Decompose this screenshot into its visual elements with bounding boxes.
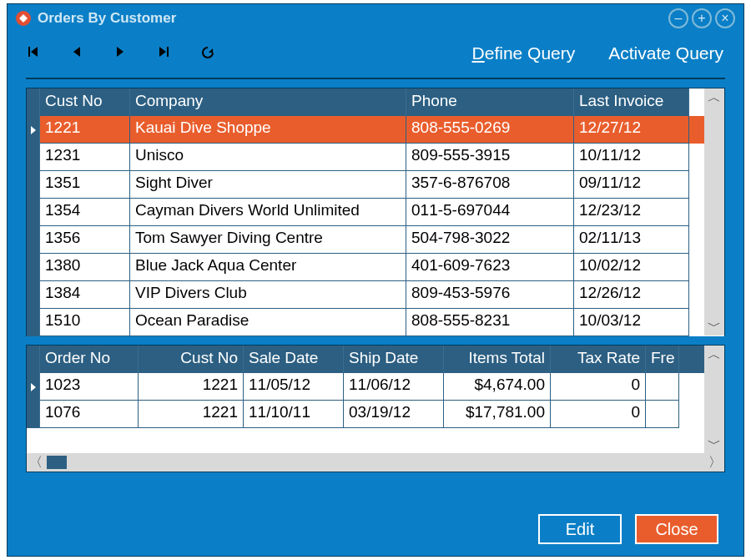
orders-vscrollbar[interactable]: ︿ ﹀ — [704, 346, 724, 453]
row-indicator — [27, 373, 40, 401]
maximize-button[interactable]: + — [692, 8, 712, 28]
orders-hscrollbar[interactable]: 〈 〉 — [27, 453, 724, 472]
cell-cust-no[interactable]: 1384 — [40, 281, 130, 309]
minimize-button[interactable]: – — [668, 8, 688, 28]
cell-company[interactable]: Sight Diver — [130, 171, 406, 199]
scroll-down-icon[interactable]: ﹀ — [704, 317, 724, 335]
refresh-button[interactable] — [201, 46, 216, 61]
cell-invoice[interactable]: 10/11/12 — [574, 144, 689, 171]
toolbar: Define Query Activate Query — [8, 33, 743, 74]
cell-phone[interactable]: 809-453-5976 — [406, 281, 574, 309]
cell-invoice[interactable]: 09/11/12 — [574, 171, 689, 199]
cell-cust-no[interactable]: 1221 — [139, 373, 244, 401]
cell-phone[interactable]: 808-555-0269 — [406, 116, 574, 144]
col-order-no[interactable]: Order No — [40, 346, 139, 373]
cell-phone[interactable]: 504-798-3022 — [406, 226, 574, 254]
cell-company[interactable]: Ocean Paradise — [130, 309, 406, 336]
col-cust-no[interactable]: Cust No — [139, 346, 244, 373]
cell-cust-no[interactable]: 1380 — [40, 254, 130, 281]
close-button[interactable]: Close — [635, 514, 718, 544]
row-indicator — [27, 199, 40, 226]
window-title: Orders By Customer — [38, 10, 665, 27]
table-row[interactable]: 1356Tom Sawyer Diving Centre504-798-3022… — [27, 226, 724, 254]
cell-items-total[interactable]: $17,781.00 — [444, 401, 551, 428]
col-tax-rate[interactable]: Tax Rate — [551, 346, 646, 373]
first-record-button[interactable] — [28, 46, 43, 61]
scroll-thumb[interactable] — [47, 456, 67, 469]
row-indicator — [27, 171, 40, 199]
close-window-button[interactable]: × — [715, 8, 735, 28]
cell-phone[interactable]: 011-5-697044 — [406, 199, 574, 226]
col-cust-no[interactable]: Cust No — [40, 88, 130, 116]
cell-cust-no[interactable]: 1356 — [40, 226, 130, 254]
cell-tax-rate[interactable]: 0 — [551, 401, 646, 428]
cell-company[interactable]: Blue Jack Aqua Center — [130, 254, 406, 281]
cell-cust-no[interactable]: 1354 — [40, 199, 130, 226]
row-indicator — [27, 226, 40, 254]
cell-cust-no[interactable]: 1221 — [40, 116, 130, 144]
cell-company[interactable]: Tom Sawyer Diving Centre — [130, 226, 406, 254]
scroll-left-icon[interactable]: 〈 — [27, 453, 45, 472]
last-record-button[interactable] — [158, 46, 173, 61]
table-row[interactable]: 1076122111/10/1103/19/12$17,781.000 — [27, 401, 724, 428]
cell-ship-date[interactable]: 03/19/12 — [344, 401, 444, 428]
cell-company[interactable]: VIP Divers Club — [130, 281, 406, 309]
col-items-total[interactable]: Items Total — [444, 346, 551, 373]
cell-invoice[interactable]: 02/11/13 — [574, 226, 689, 254]
scroll-right-icon[interactable]: 〉 — [706, 453, 724, 472]
cell-phone[interactable]: 809-555-3915 — [406, 144, 574, 171]
cell-items-total[interactable]: $4,674.00 — [444, 373, 551, 401]
col-last-invoice[interactable]: Last Invoice — [574, 88, 689, 116]
row-indicator — [27, 116, 40, 144]
cell-company[interactable]: Unisco — [130, 144, 406, 171]
scroll-up-icon[interactable]: ︿ — [704, 88, 724, 107]
scroll-up-icon[interactable]: ︿ — [704, 346, 724, 364]
window: Orders By Customer – + × Define Query Ac… — [7, 3, 744, 557]
cell-invoice[interactable]: 12/26/12 — [574, 281, 689, 309]
cell-sale-date[interactable]: 11/10/11 — [244, 401, 344, 428]
cell-cust-no[interactable]: 1231 — [40, 144, 130, 171]
next-record-button[interactable] — [114, 46, 129, 61]
cell-sale-date[interactable]: 11/05/12 — [244, 373, 344, 401]
col-freight[interactable]: Fre — [646, 346, 679, 373]
scroll-down-icon[interactable]: ﹀ — [704, 435, 724, 453]
cell-company[interactable]: Kauai Dive Shoppe — [130, 116, 406, 144]
col-phone[interactable]: Phone — [406, 88, 574, 116]
cell-cust-no[interactable]: 1510 — [40, 309, 130, 336]
cell-cust-no[interactable]: 1221 — [139, 401, 244, 428]
col-company[interactable]: Company — [130, 88, 406, 116]
cell-ship-date[interactable]: 11/06/12 — [344, 373, 444, 401]
col-sale-date[interactable]: Sale Date — [244, 346, 344, 373]
cell-freight[interactable] — [646, 401, 679, 428]
edit-button[interactable]: Edit — [538, 514, 622, 544]
cell-invoice[interactable]: 10/03/12 — [574, 309, 689, 336]
orders-blank-row — [27, 428, 724, 453]
cell-company[interactable]: Cayman Divers World Unlimited — [130, 199, 406, 226]
cell-phone[interactable]: 808-555-8231 — [406, 309, 574, 336]
customers-grid[interactable]: Cust No Company Phone Last Invoice 1221K… — [26, 88, 725, 336]
col-ship-date[interactable]: Ship Date — [344, 346, 444, 373]
define-query-link[interactable]: Define Query — [472, 43, 576, 63]
cell-order-no[interactable]: 1023 — [40, 373, 139, 401]
cell-cust-no[interactable]: 1351 — [40, 171, 130, 199]
table-row[interactable]: 1510Ocean Paradise808-555-823110/03/12 — [27, 309, 724, 336]
table-row[interactable]: 1023122111/05/1211/06/12$4,674.000 — [27, 373, 724, 401]
cell-order-no[interactable]: 1076 — [40, 401, 139, 428]
cell-phone[interactable]: 401-609-7623 — [406, 254, 574, 281]
table-row[interactable]: 1221Kauai Dive Shoppe808-555-026912/27/1… — [27, 116, 724, 144]
activate-query-link[interactable]: Activate Query — [608, 43, 723, 63]
cell-invoice[interactable]: 12/23/12 — [574, 199, 689, 226]
prev-record-button[interactable] — [71, 46, 86, 61]
cell-tax-rate[interactable]: 0 — [551, 373, 646, 401]
table-row[interactable]: 1351Sight Diver357-6-87670809/11/12 — [27, 171, 724, 199]
cell-invoice[interactable]: 12/27/12 — [574, 116, 689, 144]
cell-phone[interactable]: 357-6-876708 — [406, 171, 574, 199]
orders-grid[interactable]: Order No Cust No Sale Date Ship Date Ite… — [26, 345, 725, 472]
table-row[interactable]: 1231Unisco809-555-391510/11/12 — [27, 144, 724, 171]
customers-vscrollbar[interactable]: ︿ ﹀ — [704, 88, 724, 335]
table-row[interactable]: 1354Cayman Divers World Unlimited011-5-6… — [27, 199, 724, 226]
cell-invoice[interactable]: 10/02/12 — [574, 254, 689, 281]
table-row[interactable]: 1380Blue Jack Aqua Center401-609-762310/… — [27, 254, 724, 281]
cell-freight[interactable] — [646, 373, 679, 401]
table-row[interactable]: 1384VIP Divers Club809-453-597612/26/12 — [27, 281, 724, 309]
